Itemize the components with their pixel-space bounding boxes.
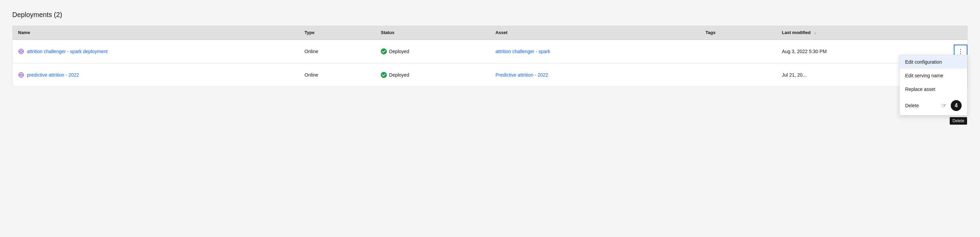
row1-name-cell: attrition challenger - spark deployment (13, 40, 299, 63)
row1-asset-cell: attrition challenger - spark (490, 40, 700, 63)
row2-asset-link[interactable]: Predictive attrition - 2022 (495, 72, 548, 78)
delete-tooltip: Delete (950, 117, 967, 125)
row2-asset-cell: Predictive attrition - 2022 (490, 63, 700, 86)
row2-name-cell: predictive attrition - 2022 (13, 63, 299, 86)
col-header-type: Type (299, 26, 375, 40)
cursor-icon: ☞ (941, 102, 947, 109)
delete-label: Delete (905, 103, 919, 108)
col-header-status: Status (375, 26, 490, 40)
page-title: Deployments (2) (12, 11, 968, 19)
col-header-tags: Tags (700, 26, 776, 40)
row2-name-link[interactable]: predictive attrition - 2022 (27, 72, 79, 78)
edit-serving-name-item[interactable]: Edit serving name (900, 69, 967, 83)
step-badge: 4 (951, 100, 962, 111)
edit-configuration-item[interactable]: Edit configuration (900, 55, 967, 69)
replace-asset-item[interactable]: Replace asset (900, 83, 967, 96)
sort-down-icon: ↓ (814, 31, 816, 35)
col-header-name: Name (13, 26, 299, 40)
svg-point-1 (20, 50, 22, 52)
row2-tags-cell (700, 63, 776, 86)
row1-status-label: Deployed (389, 49, 409, 54)
row2-status-label: Deployed (389, 72, 409, 78)
row1-status-cell: Deployed (375, 40, 490, 63)
table-row: predictive attrition - 2022 Online Deplo… (13, 63, 967, 86)
status-check-icon (381, 72, 387, 78)
context-menu: Edit configuration Edit serving name Rep… (899, 55, 967, 115)
status-check-icon (381, 48, 387, 54)
col-header-actions (929, 26, 967, 40)
row1-tags-cell (700, 40, 776, 63)
row1-asset-link[interactable]: attrition challenger - spark (495, 49, 550, 54)
row2-type-cell: Online (299, 63, 375, 86)
deployment-icon (18, 48, 24, 54)
deployments-table: Name Type Status Asset Tags La (12, 25, 968, 87)
kebab-icon: ⋮ (958, 48, 964, 55)
row1-name-link[interactable]: attrition challenger - spark deployment (27, 49, 108, 54)
delete-item[interactable]: Delete ☞ 4 (900, 96, 967, 115)
row1-type-cell: Online (299, 40, 375, 63)
deployment-icon (18, 72, 24, 78)
table-row: attrition challenger - spark deployment … (13, 40, 967, 63)
col-header-lastmod[interactable]: Last modified ↓ (776, 26, 929, 40)
row1-actions-cell: ⋮ Edit configuration Edit serving name R… (929, 40, 967, 63)
main-container: Deployments (2) Name Type Status Asset (12, 11, 968, 87)
col-header-asset: Asset (490, 26, 700, 40)
row2-status-cell: Deployed (375, 63, 490, 86)
svg-point-5 (20, 74, 22, 76)
